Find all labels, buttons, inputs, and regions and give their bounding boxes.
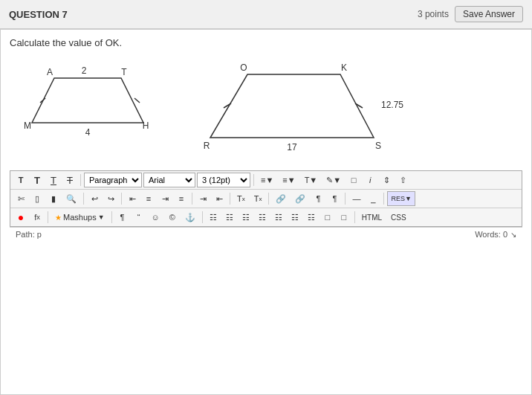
- svg-text:R: R: [204, 141, 210, 151]
- table-btn-2[interactable]: ☷: [222, 210, 237, 225]
- copy-btn[interactable]: ▯: [30, 191, 45, 206]
- list-btn[interactable]: ≡▼: [257, 173, 277, 187]
- unlink-btn[interactable]: 🔗: [291, 191, 309, 206]
- smiley-btn[interactable]: ☺: [148, 210, 163, 225]
- font-family-select[interactable]: Arial: [143, 173, 195, 187]
- info-btn[interactable]: i: [363, 173, 377, 187]
- resize-handle-icon[interactable]: ↘: [510, 231, 516, 239]
- svg-marker-0: [32, 78, 143, 123]
- svg-text:12.75: 12.75: [381, 100, 403, 110]
- toolbar-row-2: ✄ ▯ ▮ 🔍 ↩ ↪ ⇤ ≡ ⇥ ≡ ⇥ ⇤ Tx Tx 🔗: [10, 190, 522, 208]
- stop-btn[interactable]: ●: [13, 210, 28, 225]
- left-diagram: 2 4 A T M H: [25, 63, 158, 141]
- table-btn-3[interactable]: ☷: [239, 210, 253, 225]
- css-btn[interactable]: CSS: [387, 210, 410, 225]
- bold-button[interactable]: T: [13, 173, 28, 187]
- svg-text:17: 17: [287, 142, 297, 152]
- svg-text:2: 2: [82, 65, 87, 76]
- collapse-btn[interactable]: ⇧: [395, 173, 410, 187]
- hr-btn-2[interactable]: ⎯: [366, 191, 380, 206]
- formula-btn[interactable]: fx: [30, 210, 45, 225]
- separator-8: [345, 193, 346, 205]
- superscript-btn[interactable]: Tx: [233, 191, 249, 206]
- table-btn-7[interactable]: ☷: [304, 210, 319, 225]
- align-center-btn[interactable]: ≡: [141, 191, 156, 206]
- diagrams-container: 2 4 A T M H O: [10, 56, 522, 163]
- table-btn-9[interactable]: □: [337, 210, 351, 225]
- toolbar-row-1: T T T T Paragraph Arial 3 (12pt) ≡▼ ≡▼ T…: [10, 171, 522, 190]
- paragraph-select[interactable]: Paragraph: [84, 173, 142, 187]
- undo-btn[interactable]: ↩: [87, 191, 102, 206]
- points-label: 3 points: [418, 9, 449, 19]
- html-btn[interactable]: HTML: [358, 210, 386, 225]
- toolbar-container: T T T T Paragraph Arial 3 (12pt) ≡▼ ≡▼ T…: [10, 170, 522, 227]
- highlight-btn[interactable]: ✎▼: [322, 173, 345, 187]
- page-container: QUESTION 7 3 points Save Answer Calculat…: [0, 0, 532, 395]
- para-btn[interactable]: ¶: [311, 191, 325, 206]
- header-right: 3 points Save Answer: [418, 6, 523, 22]
- outdent-btn[interactable]: ⇤: [212, 191, 227, 206]
- svg-text:H: H: [143, 121, 149, 131]
- bold-button-2[interactable]: T: [30, 173, 45, 187]
- separator-7: [268, 193, 269, 205]
- align-left-btn[interactable]: ⇤: [125, 191, 140, 206]
- save-answer-button[interactable]: Save Answer: [455, 6, 523, 22]
- separator-4: [121, 193, 122, 205]
- separator-9: [383, 193, 384, 205]
- align-right-btn[interactable]: ⇥: [158, 191, 172, 206]
- redo-btn[interactable]: ↪: [103, 191, 118, 206]
- anchor-btn[interactable]: ⚓: [181, 210, 199, 225]
- subscript-btn[interactable]: Tx: [250, 191, 266, 206]
- separator-10: [48, 211, 48, 223]
- mashups-btn[interactable]: ★ Mashups ▼: [51, 210, 108, 225]
- find-btn[interactable]: 🔍: [62, 191, 80, 206]
- separator-12: [202, 211, 203, 223]
- separator-5: [192, 193, 192, 205]
- separator-13: [354, 211, 355, 223]
- paste-btn[interactable]: ▮: [46, 191, 61, 206]
- table-btn-6[interactable]: ☷: [288, 210, 302, 225]
- words-area: Words: 0 ↘: [475, 230, 516, 239]
- toolbar-row-3: ● fx ★ Mashups ▼ ¶ “ ☺ © ⚓ ☷ ☷ ☷ ☷: [10, 208, 522, 226]
- question-title: QUESTION 7: [9, 9, 68, 20]
- table-btn-5[interactable]: ☷: [271, 210, 286, 225]
- path-label: Path: p: [16, 230, 42, 239]
- para-btn-2[interactable]: ¶: [327, 191, 342, 206]
- cut-btn[interactable]: ✄: [13, 191, 28, 206]
- header: QUESTION 7 3 points Save Answer: [0, 0, 532, 29]
- svg-text:K: K: [341, 62, 347, 73]
- svg-text:S: S: [375, 141, 381, 151]
- align-justify-btn[interactable]: ≡: [174, 191, 189, 206]
- table-btn-4[interactable]: ☷: [255, 210, 270, 225]
- separator-1: [80, 174, 81, 186]
- quote-open-btn[interactable]: “: [132, 210, 146, 225]
- separator-3: [83, 193, 84, 205]
- svg-text:M: M: [24, 121, 31, 131]
- svg-text:4: 4: [85, 127, 91, 138]
- table-btn[interactable]: ☷: [206, 210, 221, 225]
- text-color-btn[interactable]: T▼: [301, 173, 322, 187]
- indent-btn[interactable]: ⇥: [195, 191, 210, 206]
- underline-button[interactable]: T: [46, 173, 61, 187]
- insert-btn[interactable]: □: [346, 173, 361, 187]
- expand-btn[interactable]: ⇕: [379, 173, 394, 187]
- res-btn[interactable]: RES▼: [387, 191, 415, 206]
- mashups-label: Mashups: [63, 213, 97, 222]
- svg-line-10: [224, 103, 231, 108]
- svg-marker-9: [210, 74, 374, 138]
- table-btn-8[interactable]: □: [320, 210, 335, 225]
- list-btn-2[interactable]: ≡▼: [279, 173, 299, 187]
- separator-11: [111, 211, 112, 223]
- svg-line-2: [134, 98, 140, 103]
- link-btn[interactable]: 🔗: [272, 191, 290, 206]
- para-mark-btn[interactable]: ¶: [115, 210, 130, 225]
- right-diagram: O K 12.75 17 R S: [203, 63, 389, 155]
- font-size-select[interactable]: 3 (12pt): [197, 173, 250, 187]
- separator-2: [253, 174, 254, 186]
- status-bar: Path: p Words: 0 ↘: [10, 227, 522, 241]
- strikethrough-button[interactable]: T: [62, 173, 77, 187]
- content-area: Calculate the value of OK. 2 4 A T: [0, 29, 532, 395]
- svg-text:O: O: [240, 62, 247, 73]
- hr-btn[interactable]: —: [348, 191, 364, 206]
- copyright-btn[interactable]: ©: [165, 210, 180, 225]
